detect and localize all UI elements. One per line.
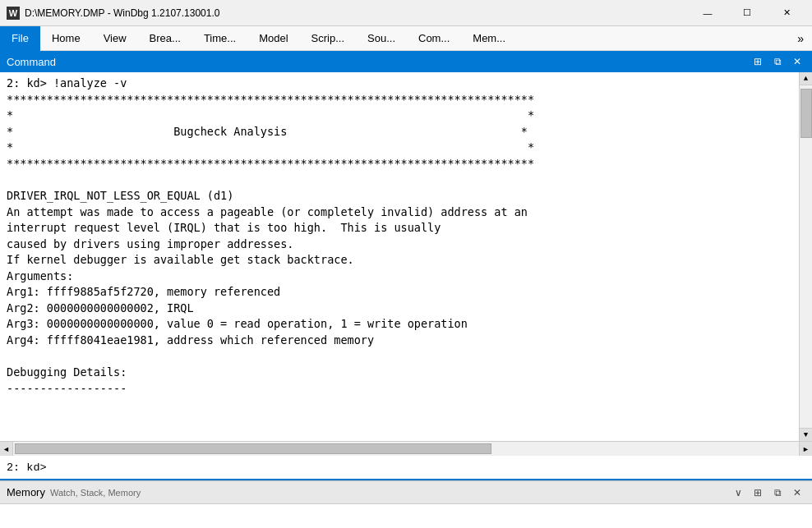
menu-breakpoints[interactable]: Brea... — [138, 26, 192, 51]
maximize-button[interactable]: ☐ — [728, 0, 766, 26]
scroll-down-button[interactable]: ▼ — [800, 428, 813, 441]
command-prompt: 2: kd> — [7, 461, 47, 474]
memory-panel-content — [0, 503, 812, 528]
menu-view[interactable]: View — [92, 26, 138, 51]
menu-model[interactable]: Model — [247, 26, 299, 51]
window-title: D:\MEMORY.DMP - WinDbg 1.2107.13001.0 — [25, 7, 689, 19]
scroll-track[interactable] — [13, 442, 799, 456]
menu-command[interactable]: Com... — [407, 26, 461, 51]
menu-scripting[interactable]: Scrip... — [300, 26, 356, 51]
menu-source[interactable]: Sou... — [356, 26, 407, 51]
command-panel-close[interactable]: ✕ — [789, 53, 805, 70]
command-panel-pin[interactable]: ⊞ — [750, 53, 766, 70]
command-panel-title: Command — [7, 56, 56, 68]
memory-panel-chevron[interactable]: ∨ — [730, 484, 746, 501]
scroll-thumb[interactable] — [800, 89, 812, 138]
memory-panel-float[interactable]: ⧉ — [769, 484, 786, 501]
horizontal-scrollbar[interactable]: ◄ ► — [0, 442, 812, 456]
menu-overflow[interactable]: » — [789, 26, 812, 51]
command-input-row: 2: kd> — [0, 456, 812, 480]
vertical-scrollbar[interactable]: ▲ ▼ — [799, 72, 812, 441]
menu-timelines[interactable]: Time... — [192, 26, 247, 51]
command-input[interactable] — [48, 461, 805, 474]
minimize-button[interactable]: — — [689, 0, 727, 26]
scroll-up-button[interactable]: ▲ — [800, 72, 813, 85]
scroll-left-button[interactable]: ◄ — [0, 442, 13, 456]
command-panel-header: Command ⊞ ⧉ ✕ — [0, 51, 812, 72]
memory-panel-controls: ∨ ⊞ ⧉ ✕ — [730, 484, 805, 501]
titlebar: W D:\MEMORY.DMP - WinDbg 1.2107.13001.0 … — [0, 0, 812, 26]
output-text: 2: kd> !analyze -v *********************… — [7, 76, 805, 397]
command-panel-controls: ⊞ ⧉ ✕ — [750, 53, 805, 70]
menu-file[interactable]: File — [0, 26, 40, 51]
scroll-h-thumb[interactable] — [15, 443, 491, 454]
scroll-right-button[interactable]: ► — [799, 442, 812, 456]
memory-panel-pin[interactable]: ⊞ — [750, 484, 766, 501]
menu-home[interactable]: Home — [40, 26, 92, 51]
window-controls: — ☐ ✕ — [689, 0, 805, 26]
app-icon: W — [7, 7, 20, 20]
command-panel-float[interactable]: ⧉ — [769, 53, 786, 70]
menubar: File Home View Brea... Time... Model Scr… — [0, 26, 812, 51]
memory-panel-title: Memory — [7, 486, 45, 498]
memory-panel-subtitle: Watch, Stack, Memory — [50, 488, 141, 498]
close-button[interactable]: ✕ — [768, 0, 805, 26]
command-output: 2: kd> !analyze -v *********************… — [0, 72, 812, 442]
memory-panel-header: Memory Watch, Stack, Memory ∨ ⊞ ⧉ ✕ — [0, 480, 812, 503]
menu-memory[interactable]: Mem... — [461, 26, 517, 51]
memory-panel-close[interactable]: ✕ — [789, 484, 805, 501]
